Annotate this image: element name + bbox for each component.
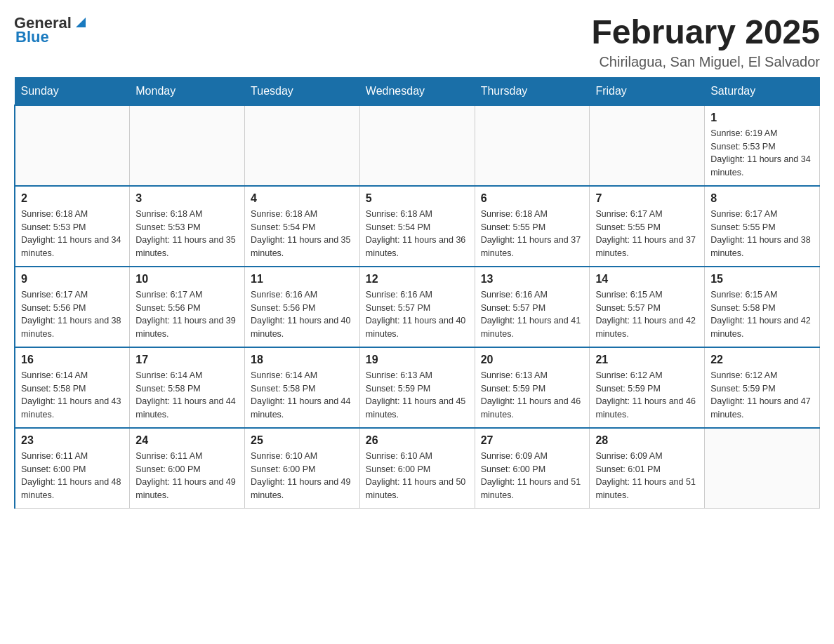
- calendar-cell: 26Sunrise: 6:10 AMSunset: 6:00 PMDayligh…: [359, 428, 475, 509]
- calendar-cell: 14Sunrise: 6:15 AMSunset: 5:57 PMDayligh…: [590, 267, 705, 347]
- day-number: 2: [21, 192, 124, 205]
- day-info: Sunrise: 6:17 AMSunset: 5:56 PMDaylight:…: [21, 288, 124, 341]
- calendar-cell: 28Sunrise: 6:09 AMSunset: 6:01 PMDayligh…: [590, 428, 705, 509]
- header-friday: Friday: [590, 77, 705, 105]
- calendar-cell: 17Sunrise: 6:14 AMSunset: 5:58 PMDayligh…: [130, 347, 245, 428]
- day-info: Sunrise: 6:10 AMSunset: 6:00 PMDaylight:…: [251, 450, 354, 502]
- week-row-2: 2Sunrise: 6:18 AMSunset: 5:53 PMDaylight…: [15, 186, 820, 267]
- day-info: Sunrise: 6:17 AMSunset: 5:56 PMDaylight:…: [135, 288, 239, 341]
- day-info: Sunrise: 6:13 AMSunset: 5:59 PMDaylight:…: [366, 369, 469, 422]
- week-row-5: 23Sunrise: 6:11 AMSunset: 6:00 PMDayligh…: [15, 428, 820, 509]
- calendar-cell: [130, 105, 245, 186]
- day-number: 22: [710, 354, 814, 366]
- calendar-cell: 2Sunrise: 6:18 AMSunset: 5:53 PMDaylight…: [15, 186, 130, 267]
- day-number: 28: [595, 434, 699, 447]
- day-number: 7: [595, 192, 699, 205]
- calendar-cell: [590, 105, 705, 186]
- calendar-cell: 10Sunrise: 6:17 AMSunset: 5:56 PMDayligh…: [130, 267, 245, 347]
- day-info: Sunrise: 6:09 AMSunset: 6:01 PMDaylight:…: [595, 450, 699, 502]
- day-number: 12: [366, 273, 469, 286]
- logo-blue-text: Blue: [15, 28, 49, 46]
- calendar-cell: 1Sunrise: 6:19 AMSunset: 5:53 PMDaylight…: [705, 105, 820, 186]
- day-number: 8: [710, 192, 814, 205]
- day-info: Sunrise: 6:16 AMSunset: 5:57 PMDaylight:…: [481, 288, 584, 341]
- calendar-cell: 23Sunrise: 6:11 AMSunset: 6:00 PMDayligh…: [15, 428, 130, 509]
- calendar-cell: 13Sunrise: 6:16 AMSunset: 5:57 PMDayligh…: [475, 267, 590, 347]
- header-monday: Monday: [130, 77, 245, 105]
- day-number: 5: [366, 192, 469, 205]
- header-sunday: Sunday: [15, 77, 130, 105]
- day-number: 6: [481, 192, 584, 205]
- day-number: 19: [366, 354, 469, 366]
- day-number: 14: [595, 273, 699, 286]
- day-number: 25: [251, 434, 354, 447]
- day-number: 1: [710, 112, 814, 124]
- day-number: 13: [481, 273, 584, 286]
- day-number: 24: [135, 434, 239, 447]
- day-info: Sunrise: 6:16 AMSunset: 5:57 PMDaylight:…: [366, 288, 469, 341]
- logo: General Blue: [14, 14, 88, 46]
- day-info: Sunrise: 6:11 AMSunset: 6:00 PMDaylight:…: [21, 450, 124, 502]
- calendar-cell: [475, 105, 590, 186]
- day-number: 17: [135, 354, 239, 366]
- calendar-cell: 20Sunrise: 6:13 AMSunset: 5:59 PMDayligh…: [475, 347, 590, 428]
- calendar-cell: 4Sunrise: 6:18 AMSunset: 5:54 PMDaylight…: [245, 186, 360, 267]
- day-info: Sunrise: 6:18 AMSunset: 5:53 PMDaylight:…: [21, 208, 124, 260]
- day-info: Sunrise: 6:14 AMSunset: 5:58 PMDaylight:…: [135, 369, 239, 422]
- day-info: Sunrise: 6:18 AMSunset: 5:54 PMDaylight:…: [251, 208, 354, 260]
- logo-triangle-icon: [73, 15, 88, 30]
- calendar-cell: [705, 428, 820, 509]
- calendar-cell: 12Sunrise: 6:16 AMSunset: 5:57 PMDayligh…: [359, 267, 475, 347]
- day-number: 9: [21, 273, 124, 286]
- day-number: 15: [710, 273, 814, 286]
- header-wednesday: Wednesday: [359, 77, 475, 105]
- calendar-cell: 27Sunrise: 6:09 AMSunset: 6:00 PMDayligh…: [475, 428, 590, 509]
- calendar-cell: 3Sunrise: 6:18 AMSunset: 5:53 PMDaylight…: [130, 186, 245, 267]
- calendar-cell: 21Sunrise: 6:12 AMSunset: 5:59 PMDayligh…: [590, 347, 705, 428]
- day-number: 18: [251, 354, 354, 366]
- day-number: 23: [21, 434, 124, 447]
- calendar-cell: 22Sunrise: 6:12 AMSunset: 5:59 PMDayligh…: [705, 347, 820, 428]
- day-number: 4: [251, 192, 354, 205]
- week-row-4: 16Sunrise: 6:14 AMSunset: 5:58 PMDayligh…: [15, 347, 820, 428]
- header-tuesday: Tuesday: [245, 77, 360, 105]
- day-info: Sunrise: 6:19 AMSunset: 5:53 PMDaylight:…: [710, 127, 814, 180]
- day-info: Sunrise: 6:15 AMSunset: 5:58 PMDaylight:…: [710, 288, 814, 341]
- calendar-cell: 16Sunrise: 6:14 AMSunset: 5:58 PMDayligh…: [15, 347, 130, 428]
- day-info: Sunrise: 6:17 AMSunset: 5:55 PMDaylight:…: [595, 208, 699, 260]
- title-block: February 2025 Chirilagua, San Miguel, El…: [591, 14, 820, 70]
- day-number: 3: [135, 192, 239, 205]
- page-header: General Blue February 2025 Chirilagua, S…: [14, 14, 820, 70]
- week-row-3: 9Sunrise: 6:17 AMSunset: 5:56 PMDaylight…: [15, 267, 820, 347]
- calendar-cell: 25Sunrise: 6:10 AMSunset: 6:00 PMDayligh…: [245, 428, 360, 509]
- calendar-cell: 9Sunrise: 6:17 AMSunset: 5:56 PMDaylight…: [15, 267, 130, 347]
- day-info: Sunrise: 6:11 AMSunset: 6:00 PMDaylight:…: [135, 450, 239, 502]
- day-info: Sunrise: 6:18 AMSunset: 5:54 PMDaylight:…: [366, 208, 469, 260]
- calendar-cell: 5Sunrise: 6:18 AMSunset: 5:54 PMDaylight…: [359, 186, 475, 267]
- month-title: February 2025: [591, 14, 820, 51]
- day-info: Sunrise: 6:17 AMSunset: 5:55 PMDaylight:…: [710, 208, 814, 260]
- day-info: Sunrise: 6:12 AMSunset: 5:59 PMDaylight:…: [710, 369, 814, 422]
- day-info: Sunrise: 6:15 AMSunset: 5:57 PMDaylight:…: [595, 288, 699, 341]
- calendar-cell: 6Sunrise: 6:18 AMSunset: 5:55 PMDaylight…: [475, 186, 590, 267]
- day-number: 16: [21, 354, 124, 366]
- calendar-cell: 19Sunrise: 6:13 AMSunset: 5:59 PMDayligh…: [359, 347, 475, 428]
- calendar-cell: 11Sunrise: 6:16 AMSunset: 5:56 PMDayligh…: [245, 267, 360, 347]
- day-info: Sunrise: 6:18 AMSunset: 5:55 PMDaylight:…: [481, 208, 584, 260]
- header-thursday: Thursday: [475, 77, 590, 105]
- calendar-body: 1Sunrise: 6:19 AMSunset: 5:53 PMDaylight…: [15, 105, 820, 509]
- day-number: 20: [481, 354, 584, 366]
- header-row: SundayMondayTuesdayWednesdayThursdayFrid…: [15, 77, 820, 105]
- day-number: 26: [366, 434, 469, 447]
- day-info: Sunrise: 6:12 AMSunset: 5:59 PMDaylight:…: [595, 369, 699, 422]
- day-info: Sunrise: 6:14 AMSunset: 5:58 PMDaylight:…: [251, 369, 354, 422]
- day-info: Sunrise: 6:09 AMSunset: 6:00 PMDaylight:…: [481, 450, 584, 502]
- day-info: Sunrise: 6:10 AMSunset: 6:00 PMDaylight:…: [366, 450, 469, 502]
- calendar-cell: 8Sunrise: 6:17 AMSunset: 5:55 PMDaylight…: [705, 186, 820, 267]
- calendar-table: SundayMondayTuesdayWednesdayThursdayFrid…: [14, 77, 820, 509]
- calendar-cell: 15Sunrise: 6:15 AMSunset: 5:58 PMDayligh…: [705, 267, 820, 347]
- day-info: Sunrise: 6:13 AMSunset: 5:59 PMDaylight:…: [481, 369, 584, 422]
- day-info: Sunrise: 6:14 AMSunset: 5:58 PMDaylight:…: [21, 369, 124, 422]
- day-number: 21: [595, 354, 699, 366]
- location-subtitle: Chirilagua, San Miguel, El Salvador: [591, 54, 820, 70]
